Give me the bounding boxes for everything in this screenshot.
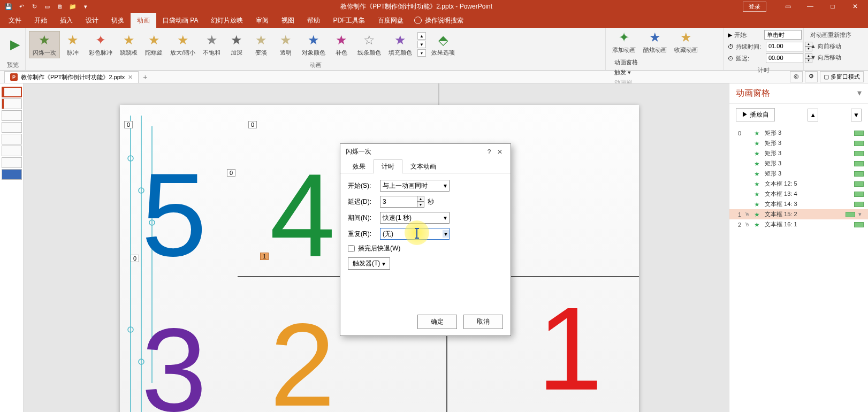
file-icon[interactable]: 🗎 bbox=[56, 2, 64, 11]
effect-options-button[interactable]: ⬘效果选项 bbox=[428, 32, 458, 58]
anim-color-pulse[interactable]: ✦彩色脉冲 bbox=[86, 32, 116, 58]
number-4[interactable]: 4 bbox=[270, 148, 335, 283]
anim-fill-color[interactable]: ★填充颜色 bbox=[385, 32, 415, 58]
anim-item[interactable]: ★矩形 3 bbox=[729, 158, 868, 169]
anim-item[interactable]: ★文本框 13: 4 bbox=[729, 189, 868, 199]
close-icon[interactable]: ✕ bbox=[844, 1, 866, 12]
minimize-icon[interactable]: — bbox=[800, 1, 821, 12]
dlg-trigger-button[interactable]: 触发器(T) ▾ bbox=[348, 257, 390, 270]
gallery-up-icon[interactable]: ▲ bbox=[417, 32, 426, 40]
add-tab-button[interactable]: + bbox=[139, 72, 151, 82]
anim-item[interactable]: ★文本框 14: 3 bbox=[729, 199, 868, 209]
folder-icon[interactable]: 📁 bbox=[68, 2, 77, 11]
tab-review[interactable]: 审阅 bbox=[249, 13, 275, 28]
dlg-start-combo[interactable]: 与上一动画同时▾ bbox=[380, 180, 450, 192]
anim-flash-once[interactable]: ★闪烁一次 bbox=[29, 31, 60, 58]
start-combo[interactable]: 单击时 bbox=[764, 30, 802, 40]
qat-dropdown-icon[interactable]: ▾ bbox=[81, 2, 90, 11]
anim-complementary[interactable]: ★补色 bbox=[330, 32, 353, 58]
anim-item[interactable]: 2🖱★文本框 16: 1 bbox=[729, 219, 868, 230]
anim-spin[interactable]: ★陀螺旋 bbox=[142, 32, 166, 58]
gallery-more-icon[interactable]: ▾ bbox=[417, 49, 426, 57]
tab-insert[interactable]: 插入 bbox=[54, 13, 79, 28]
slide-thumb-7[interactable] bbox=[2, 157, 22, 168]
login-button[interactable]: 登录 bbox=[743, 2, 766, 12]
anim-item[interactable]: 0★矩形 3 bbox=[729, 128, 868, 138]
anim-darken[interactable]: ★加深 bbox=[225, 32, 248, 58]
tab-design[interactable]: 设计 bbox=[79, 13, 105, 28]
tab-animations[interactable]: 动画 bbox=[131, 13, 156, 28]
move-later-button[interactable]: ▼ 向后移动 bbox=[808, 52, 843, 63]
dlg-period-combo[interactable]: 快速(1 秒)▾ bbox=[380, 212, 450, 224]
anim-tag[interactable]: 0 bbox=[124, 121, 133, 128]
tab-view[interactable]: 视图 bbox=[275, 13, 301, 28]
anim-desaturate[interactable]: ★不饱和 bbox=[200, 32, 224, 58]
aim-icon[interactable]: ◎ bbox=[790, 71, 803, 82]
new-slide-icon[interactable]: ▭ bbox=[43, 2, 51, 11]
number-3[interactable]: 3 bbox=[141, 303, 207, 412]
anim-tag[interactable]: 0 bbox=[227, 169, 235, 177]
anim-item[interactable]: ★文本框 12: 5 bbox=[729, 179, 868, 189]
help-icon[interactable]: ? bbox=[484, 148, 494, 156]
slide-thumb-3[interactable] bbox=[2, 110, 22, 121]
tab-home[interactable]: 开始 bbox=[28, 13, 54, 28]
slide-thumb-5[interactable] bbox=[2, 134, 22, 144]
document-tab[interactable]: P 教你制作《PPT制作倒计时功能》2.pptx ✕ bbox=[4, 71, 139, 83]
slide-thumb-4[interactable] bbox=[2, 122, 22, 133]
anim-tag[interactable]: 0 bbox=[131, 255, 139, 262]
anim-object-color[interactable]: ★对象颜色 bbox=[299, 32, 329, 58]
tab-timing[interactable]: 计时 bbox=[374, 159, 402, 173]
dlg-delay-input[interactable]: 3 bbox=[380, 196, 417, 208]
gallery-down-icon[interactable]: ▼ bbox=[417, 41, 426, 48]
tab-slideshow[interactable]: 幻灯片放映 bbox=[204, 13, 249, 28]
anim-item[interactable]: ★矩形 3 bbox=[729, 148, 868, 158]
anim-grow-shrink[interactable]: ★放大/缩小 bbox=[167, 32, 199, 58]
spin-down-icon[interactable]: ▼ bbox=[417, 202, 424, 208]
slide-thumb-1[interactable] bbox=[2, 87, 22, 97]
cancel-button[interactable]: 取消 bbox=[463, 315, 503, 329]
chevron-down-icon[interactable]: ▾ bbox=[858, 211, 864, 218]
tab-pocket-anim[interactable]: 口袋动画 PA bbox=[156, 13, 204, 28]
spin-up-icon[interactable]: ▲ bbox=[417, 196, 424, 202]
anim-line-color[interactable]: ☆线条颜色 bbox=[354, 32, 384, 58]
dlg-rewind-checkbox[interactable] bbox=[348, 245, 355, 252]
anim-tag[interactable]: 0 bbox=[248, 121, 257, 128]
ribbon-options-icon[interactable]: ▭ bbox=[777, 1, 798, 12]
slide-thumb-2[interactable] bbox=[2, 98, 22, 109]
number-1[interactable]: 1 bbox=[537, 281, 603, 412]
trigger-button[interactable]: 触发 ▾ bbox=[611, 67, 641, 78]
tab-help[interactable]: 帮助 bbox=[301, 13, 326, 28]
cool-animation-button[interactable]: ★酷炫动画 bbox=[640, 29, 670, 55]
anim-transparency[interactable]: ★透明 bbox=[274, 32, 298, 58]
anim-item[interactable]: ★矩形 3 bbox=[729, 138, 868, 148]
tab-text-anim[interactable]: 文本动画 bbox=[402, 159, 444, 173]
slide-thumb-6[interactable] bbox=[2, 146, 22, 156]
anim-pulse[interactable]: ★脉冲 bbox=[61, 32, 85, 58]
gear-icon[interactable]: ⚙ bbox=[805, 71, 818, 82]
fav-animation-button[interactable]: ★收藏动画 bbox=[671, 29, 701, 55]
delay-input[interactable]: 00.00 bbox=[766, 54, 803, 63]
close-tab-icon[interactable]: ✕ bbox=[128, 74, 133, 81]
tell-me-search[interactable]: 操作说明搜索 bbox=[414, 16, 463, 25]
tab-transitions[interactable]: 切换 bbox=[105, 13, 131, 28]
close-icon[interactable]: ✕ bbox=[494, 148, 505, 156]
pane-dropdown-icon[interactable]: ▾ bbox=[857, 88, 862, 99]
tab-file[interactable]: 文件 bbox=[2, 13, 28, 28]
anim-tag-selected[interactable]: 1 bbox=[260, 253, 269, 260]
anim-teeter[interactable]: ★跷跷板 bbox=[117, 32, 141, 58]
maximize-icon[interactable]: □ bbox=[822, 1, 843, 12]
move-earlier-button[interactable]: ▲ 向前移动 bbox=[808, 41, 843, 51]
move-down-button[interactable]: ▼ bbox=[851, 109, 862, 121]
anim-item-selected[interactable]: 1🖱★文本框 15: 2▾ bbox=[729, 209, 868, 219]
move-up-button[interactable]: ▲ bbox=[808, 109, 818, 121]
animation-pane-button[interactable]: 动画窗格 bbox=[611, 57, 641, 67]
anim-lighten[interactable]: ★变淡 bbox=[249, 32, 273, 58]
ok-button[interactable]: 确定 bbox=[417, 315, 457, 329]
duration-input[interactable]: 01.00 bbox=[766, 42, 803, 51]
preview-button[interactable]: ▶ bbox=[3, 36, 27, 53]
play-from-button[interactable]: ▶ 播放自 bbox=[736, 108, 775, 121]
add-animation-button[interactable]: ✦添加动画 bbox=[609, 29, 639, 55]
number-2[interactable]: 2 bbox=[270, 297, 335, 412]
tab-effect[interactable]: 效果 bbox=[345, 159, 374, 173]
number-5[interactable]: 5 bbox=[141, 148, 207, 283]
